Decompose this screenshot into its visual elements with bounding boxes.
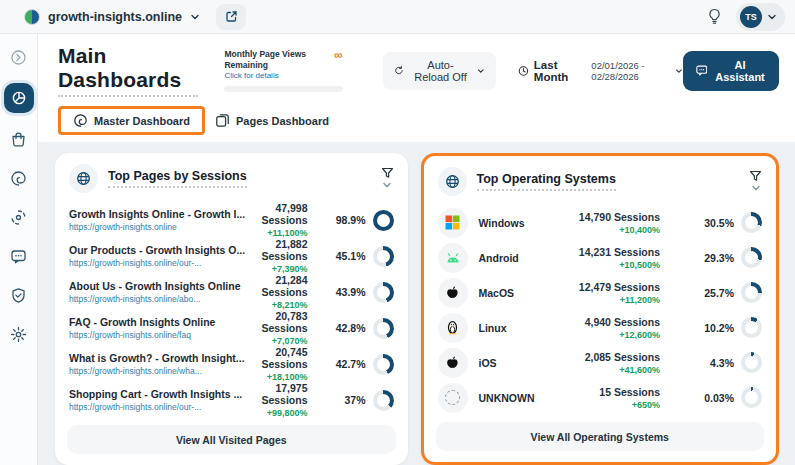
apple-logo-icon: [438, 348, 468, 378]
page-url-link[interactable]: https://growth-insights.online/our-...: [69, 258, 245, 268]
page-title-text: Shopping Cart - Growth Insights ...: [69, 388, 245, 400]
os-name: Android: [479, 252, 519, 264]
table-row[interactable]: What is Growth? - Growth Insight... http…: [69, 346, 394, 382]
expand-arrow-icon: [10, 49, 27, 66]
table-row[interactable]: Shopping Cart - Growth Insights ... http…: [69, 382, 394, 418]
table-row[interactable]: About Us - Growth Insights Online https:…: [69, 274, 394, 310]
tab-master-dashboard[interactable]: Master Dashboard: [58, 106, 205, 135]
sidebar: [0, 34, 38, 465]
percent-donut: [741, 387, 762, 408]
table-row[interactable]: Our Products - Growth Insights O... http…: [69, 238, 394, 274]
date-range-selector[interactable]: 02/01/2026 - 02/28/2026: [591, 60, 682, 82]
change-percent: +41,600%: [578, 365, 661, 375]
change-percent: +650%: [578, 400, 661, 410]
os-name: MacOS: [479, 287, 515, 299]
view-all-operating-systems-button[interactable]: View All Operating Systems: [436, 422, 765, 451]
share-percent: 45.1%: [336, 250, 366, 262]
open-site-button[interactable]: [216, 4, 246, 30]
percent-donut: [373, 246, 394, 267]
change-percent: +7,390%: [245, 264, 308, 274]
tab-pages-dashboard[interactable]: Pages Dashboard: [205, 107, 339, 134]
chevron-down-icon: [477, 66, 485, 76]
monthly-page-views-widget: Monthly Page Views Remaining Click for d…: [224, 49, 342, 92]
filter-funnel-icon: [381, 167, 394, 179]
percent-donut: [373, 282, 394, 303]
auto-reload-dropdown[interactable]: Auto-Reload Off: [383, 52, 496, 90]
sidebar-item-security[interactable]: [6, 282, 32, 308]
change-percent: +8,210%: [245, 300, 308, 310]
page-title-text: Our Products - Growth Insights O...: [69, 244, 245, 256]
monthly-views-label: Monthly Page Views Remaining: [224, 49, 334, 70]
period-selector[interactable]: Last Month: [518, 59, 581, 83]
table-row[interactable]: UNKNOWN 15 Sessions +650% 0.03%: [438, 380, 763, 415]
filter-button[interactable]: [749, 170, 762, 193]
browser-icon: [69, 164, 98, 193]
tab-label: Master Dashboard: [94, 115, 190, 127]
sidebar-expand-button[interactable]: [6, 44, 32, 70]
table-row[interactable]: iOS 2,085 Sessions +41,600% 4.3%: [438, 345, 763, 380]
table-row[interactable]: MacOS 12,479 Sessions +11,200% 25.7%: [438, 275, 763, 310]
page-url-link[interactable]: https://growth-insights.online/abo...: [69, 294, 245, 304]
top-pages-card: Top Pages by Sessions Growth Insights On…: [55, 153, 408, 465]
percent-donut: [373, 210, 394, 231]
share-percent: 37%: [344, 394, 365, 406]
dashboard-tabs: Master Dashboard Pages Dashboard: [58, 106, 779, 142]
chevron-down-icon: [190, 12, 200, 22]
percent-donut: [741, 212, 762, 233]
sidebar-item-dashboards[interactable]: [4, 83, 34, 113]
sidebar-item-store[interactable]: [6, 126, 32, 152]
ai-assistant-label: AI Assistant: [714, 59, 766, 83]
sidebar-item-chat[interactable]: [6, 243, 32, 269]
gear-icon: [10, 326, 27, 343]
share-percent: 4.3%: [710, 357, 734, 369]
percent-donut: [373, 354, 394, 375]
change-percent: +10,500%: [578, 260, 661, 270]
page-title-text: About Us - Growth Insights Online: [69, 280, 245, 292]
filter-button[interactable]: [381, 167, 394, 190]
lightbulb-icon: [707, 8, 722, 25]
page-title-text: FAQ - Growth Insights Online: [69, 316, 245, 328]
share-percent: 43.9%: [336, 286, 366, 298]
table-row[interactable]: Linux 4,940 Sessions +12,600% 10.2%: [438, 310, 763, 345]
avatar: TS: [740, 6, 762, 28]
tab-label: Pages Dashboard: [236, 115, 329, 127]
sidebar-item-goals[interactable]: [6, 204, 32, 230]
percent-donut: [741, 317, 762, 338]
page-url-link[interactable]: https://growth-insights.online/faq: [69, 330, 245, 340]
browser-icon: [438, 167, 467, 196]
auto-reload-label: Auto-Reload Off: [411, 59, 471, 83]
sidebar-item-settings[interactable]: [6, 321, 32, 347]
click-for-details-link[interactable]: Click for details: [224, 71, 334, 80]
user-menu[interactable]: TS: [736, 3, 785, 31]
view-all-visited-pages-button[interactable]: View All Visited Pages: [67, 425, 396, 454]
page-url-link[interactable]: https://growth-insights.online/wha...: [69, 366, 245, 376]
tips-button[interactable]: [707, 8, 722, 25]
domain-name: growth-insights.online: [48, 10, 182, 24]
domain-selector[interactable]: growth-insights.online: [24, 9, 200, 25]
page-url-link[interactable]: https://growth-insights.online/our-...: [69, 402, 245, 412]
external-link-icon: [225, 10, 238, 23]
sessions-count: 14,231 Sessions: [578, 246, 661, 258]
change-percent: +12,600%: [578, 330, 661, 340]
period-label: Last Month: [534, 59, 582, 83]
change-percent: +10,400%: [578, 225, 661, 235]
sessions-count: 4,940 Sessions: [578, 316, 661, 328]
percent-donut: [373, 318, 394, 339]
sessions-count: 15 Sessions: [578, 386, 661, 398]
sessions-count: 21,882 Sessions: [245, 238, 308, 262]
change-percent: +99,800%: [245, 408, 308, 418]
refresh-icon: [394, 64, 404, 77]
sidebar-item-master-dashboard[interactable]: [6, 165, 32, 191]
sessions-count: 2,085 Sessions: [578, 351, 661, 363]
share-percent: 29.3%: [704, 252, 734, 264]
table-row[interactable]: Android 14,231 Sessions +10,500% 29.3%: [438, 240, 763, 275]
ai-assistant-button[interactable]: AI Assistant: [683, 51, 780, 91]
page-url-link[interactable]: https://growth-insights.online: [69, 222, 245, 232]
page-title-text: Growth Insights Online - Growth I...: [69, 208, 245, 220]
chevron-down-icon: [751, 183, 761, 193]
table-row[interactable]: Windows 14,790 Sessions +10,400% 30.5%: [438, 205, 763, 240]
share-percent: 0.03%: [704, 392, 734, 404]
share-percent: 98.9%: [336, 214, 366, 226]
table-row[interactable]: FAQ - Growth Insights Online https://gro…: [69, 310, 394, 346]
table-row[interactable]: Growth Insights Online - Growth I... htt…: [69, 202, 394, 238]
